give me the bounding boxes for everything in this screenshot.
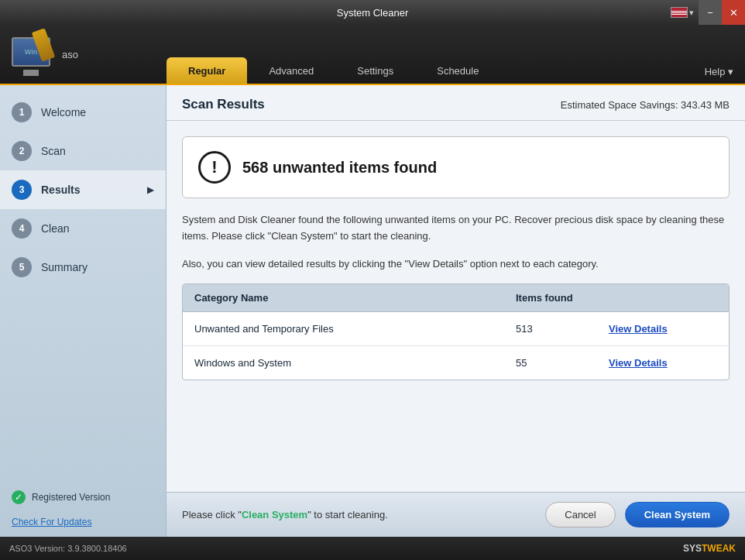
row1-category: Unwanted and Temporary Files xyxy=(194,323,516,335)
systweak-brand: SYSTWEAK xyxy=(683,543,736,554)
alert-message: 568 unwanted items found xyxy=(242,159,437,177)
row1-view-details-link[interactable]: View Details xyxy=(609,323,717,335)
brand-tweak: TWEAK xyxy=(702,543,736,554)
tab-schedule[interactable]: Schedule xyxy=(415,57,500,84)
sidebar: 1 Welcome 2 Scan 3 Results ▶ 4 Clean 5 S… xyxy=(0,85,167,537)
sidebar-label-welcome: Welcome xyxy=(41,106,86,119)
window-controls: ▾ − ✕ xyxy=(666,0,745,25)
registered-text: Registered Version xyxy=(32,492,110,503)
bottom-buttons: Cancel Clean System xyxy=(545,502,730,527)
help-area: Help ▾ xyxy=(705,25,745,84)
registered-area: ✓ Registered Version xyxy=(0,483,166,512)
col-header-action xyxy=(609,292,717,304)
registered-icon: ✓ xyxy=(12,490,26,504)
help-button[interactable]: Help ▾ xyxy=(705,66,733,77)
description-2: Also, you can view detailed results by c… xyxy=(182,256,730,273)
cancel-button[interactable]: Cancel xyxy=(545,502,615,527)
sidebar-label-summary: Summary xyxy=(41,261,88,273)
sidebar-item-results[interactable]: 3 Results ▶ xyxy=(0,170,166,209)
sidebar-label-scan: Scan xyxy=(41,145,66,157)
language-button[interactable]: ▾ xyxy=(666,0,699,25)
table-row: Windows and System 55 View Details xyxy=(183,346,729,380)
sidebar-item-clean[interactable]: 4 Clean xyxy=(0,209,166,248)
step-circle-welcome: 1 xyxy=(12,102,32,122)
sidebar-label-clean: Clean xyxy=(41,222,70,235)
sidebar-spacer xyxy=(0,287,166,483)
results-table: Category Name Items found Unwanted and T… xyxy=(182,283,730,380)
step-circle-results: 3 xyxy=(12,180,32,200)
clean-system-button[interactable]: Clean System xyxy=(625,502,730,527)
alert-icon: ! xyxy=(198,151,231,184)
minimize-button[interactable]: − xyxy=(699,0,722,25)
col-header-items: Items found xyxy=(516,292,609,304)
title-bar: System Cleaner ▾ − ✕ xyxy=(0,0,745,25)
app-logo-icon: Win xyxy=(8,29,54,80)
row2-items: 55 xyxy=(516,357,609,369)
bottom-bar: Please click "Clean System" to start cle… xyxy=(167,492,745,537)
col-header-category: Category Name xyxy=(194,292,516,304)
status-bar: ASO3 Version: 3.9.3800.18406 SYSTWEAK xyxy=(0,537,745,560)
nav-tabs: Regular Advanced Settings Schedule xyxy=(167,25,705,84)
table-row: Unwanted and Temporary Files 513 View De… xyxy=(183,312,729,346)
row2-category: Windows and System xyxy=(194,357,516,369)
check-updates-area: Check For Updates xyxy=(0,512,166,537)
alert-box: ! 568 unwanted items found xyxy=(182,136,730,198)
step-circle-clean: 4 xyxy=(12,218,32,239)
sidebar-item-scan[interactable]: 2 Scan xyxy=(0,132,166,170)
sidebar-item-summary[interactable]: 5 Summary xyxy=(0,248,166,287)
estimated-savings: Estimated Space Savings: 343.43 MB xyxy=(561,99,730,111)
content-body: ! 568 unwanted items found System and Di… xyxy=(167,121,745,492)
header: Win aso Regular Advanced Settings Schedu… xyxy=(0,25,745,85)
flag-icon xyxy=(671,7,688,18)
step-circle-summary: 5 xyxy=(12,257,32,277)
page-title: Scan Results xyxy=(182,97,265,112)
sidebar-label-results: Results xyxy=(41,184,81,196)
window-title: System Cleaner xyxy=(337,7,408,19)
step-circle-scan: 2 xyxy=(12,141,32,161)
tab-regular[interactable]: Regular xyxy=(167,57,247,84)
description-1: System and Disk Cleaner found the follow… xyxy=(182,212,730,245)
row1-items: 513 xyxy=(516,323,609,335)
check-updates-link[interactable]: Check For Updates xyxy=(12,517,91,527)
aso-label: aso xyxy=(62,49,78,60)
sidebar-item-welcome[interactable]: 1 Welcome xyxy=(0,93,166,132)
brand-sys: SYS xyxy=(683,543,702,554)
main-area: 1 Welcome 2 Scan 3 Results ▶ 4 Clean 5 S… xyxy=(0,85,745,537)
row2-view-details-link[interactable]: View Details xyxy=(609,357,717,369)
monitor-stand xyxy=(23,70,39,76)
content-area: Scan Results Estimated Space Savings: 34… xyxy=(167,85,745,537)
bottom-hint-action: Clean System xyxy=(242,509,307,520)
tab-advanced[interactable]: Advanced xyxy=(247,57,335,84)
close-button[interactable]: ✕ xyxy=(722,0,745,25)
sidebar-arrow-results: ▶ xyxy=(147,184,154,195)
logo-area: Win aso xyxy=(0,25,167,84)
table-header: Category Name Items found xyxy=(183,284,729,312)
tab-settings[interactable]: Settings xyxy=(335,57,415,84)
bottom-hint: Please click "Clean System" to start cle… xyxy=(182,509,388,520)
content-header: Scan Results Estimated Space Savings: 34… xyxy=(167,85,745,121)
version-label: ASO3 Version: 3.9.3800.18406 xyxy=(9,544,127,553)
